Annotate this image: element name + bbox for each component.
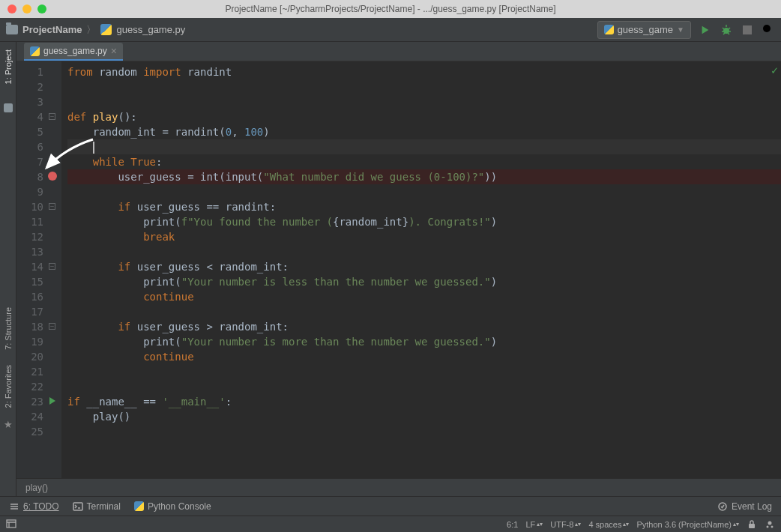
line-number[interactable]: 10− bbox=[16, 199, 58, 214]
code-line[interactable]: if user_guess > random_int: bbox=[67, 319, 781, 334]
file-encoding[interactable]: UTF-8▴▾ bbox=[550, 520, 581, 529]
line-number[interactable]: 15 bbox=[16, 274, 58, 289]
code-line[interactable] bbox=[67, 79, 781, 94]
python-console-tool-tab[interactable]: Python Console bbox=[134, 501, 211, 512]
line-number[interactable]: 22 bbox=[16, 379, 58, 394]
line-number[interactable]: 25 bbox=[16, 424, 58, 439]
code-line[interactable]: if __name__ == '__main__': bbox=[67, 394, 781, 409]
code-line[interactable] bbox=[67, 184, 781, 199]
close-window-icon[interactable] bbox=[7, 4, 16, 13]
fold-icon[interactable]: − bbox=[49, 323, 55, 330]
lock-icon[interactable] bbox=[747, 519, 757, 530]
code-line[interactable]: random_int = randint(0, 100) bbox=[67, 124, 781, 139]
run-gutter-icon[interactable] bbox=[49, 397, 55, 405]
breakpoint-icon[interactable] bbox=[48, 172, 57, 181]
python-interpreter[interactable]: Python 3.6 (ProjectName)▴▾ bbox=[636, 520, 739, 529]
line-number[interactable]: 12 bbox=[16, 229, 58, 244]
line-number[interactable]: 8 bbox=[16, 169, 58, 184]
line-number[interactable]: 3 bbox=[16, 94, 58, 109]
code-line[interactable] bbox=[67, 94, 781, 109]
svg-point-7 bbox=[767, 525, 769, 528]
code-line[interactable] bbox=[67, 424, 781, 439]
code-content[interactable]: ✓ from random import randintdef play(): … bbox=[61, 61, 781, 478]
fold-icon[interactable]: − bbox=[49, 113, 55, 120]
navigation-bar: ProjectName 〉 guess_game.py guess_game ▼ bbox=[0, 18, 781, 42]
line-separator[interactable]: LF▴▾ bbox=[525, 520, 543, 529]
breadcrumb-separator-icon: 〉 bbox=[86, 23, 96, 37]
line-number[interactable]: 9 bbox=[16, 184, 58, 199]
line-number[interactable]: 20 bbox=[16, 349, 58, 364]
bottom-tool-window-bar: 6: TODO Terminal Python Console Event Lo… bbox=[0, 496, 781, 516]
minimize-window-icon[interactable] bbox=[22, 4, 31, 13]
inspection-ok-icon[interactable]: ✓ bbox=[771, 63, 778, 78]
svg-point-8 bbox=[771, 525, 774, 528]
line-number[interactable]: 7− bbox=[16, 154, 58, 169]
code-editor[interactable]: 1234−567−8910−11121314−15161718−19202122… bbox=[16, 61, 781, 478]
event-log-tool-tab[interactable]: Event Log bbox=[717, 501, 772, 512]
code-line[interactable]: def play(): bbox=[67, 109, 781, 124]
code-line[interactable]: continue bbox=[67, 289, 781, 304]
fold-icon[interactable]: − bbox=[49, 263, 55, 270]
fold-icon[interactable]: − bbox=[49, 203, 55, 210]
line-number[interactable]: 4− bbox=[16, 109, 58, 124]
line-number[interactable]: 24 bbox=[16, 409, 58, 424]
code-line[interactable] bbox=[67, 139, 781, 154]
code-line[interactable]: play() bbox=[67, 409, 781, 424]
favorites-tool-tab[interactable]: 2: Favorites bbox=[2, 357, 14, 415]
line-number[interactable]: 16 bbox=[16, 289, 58, 304]
tool-windows-toggle-icon[interactable] bbox=[6, 519, 16, 529]
close-tab-icon[interactable]: × bbox=[111, 45, 117, 57]
python-file-icon bbox=[604, 25, 614, 34]
project-tool-tab[interactable]: 1: Project bbox=[2, 42, 14, 91]
indent-settings[interactable]: 4 spaces▴▾ bbox=[588, 520, 629, 529]
structure-tool-tab[interactable]: 7: Structure bbox=[2, 300, 14, 357]
line-number[interactable]: 11 bbox=[16, 214, 58, 229]
line-number[interactable]: 17 bbox=[16, 304, 58, 319]
dropdown-arrow-icon: ▼ bbox=[677, 25, 684, 34]
breadcrumb-file[interactable]: guess_game.py bbox=[116, 24, 185, 35]
breadcrumb-bar[interactable]: play() bbox=[16, 478, 781, 496]
terminal-tool-tab[interactable]: Terminal bbox=[73, 501, 121, 512]
code-line[interactable]: while True: bbox=[67, 154, 781, 169]
breadcrumb-project[interactable]: ProjectName bbox=[22, 24, 82, 35]
breadcrumb[interactable]: ProjectName 〉 guess_game.py bbox=[6, 23, 185, 37]
debug-button[interactable] bbox=[720, 23, 733, 37]
code-line[interactable] bbox=[67, 244, 781, 259]
line-number[interactable]: 13 bbox=[16, 244, 58, 259]
code-line[interactable]: print(f"You found the number ({random_in… bbox=[67, 214, 781, 229]
caret-position[interactable]: 6:1 bbox=[507, 520, 518, 529]
editor-tab[interactable]: guess_game.py × bbox=[24, 43, 123, 61]
code-line[interactable]: continue bbox=[67, 349, 781, 364]
status-bar: 6:1 LF▴▾ UTF-8▴▾ 4 spaces▴▾ Python 3.6 (… bbox=[0, 516, 781, 532]
code-line[interactable]: from random import randint bbox=[67, 64, 781, 79]
fold-icon[interactable]: − bbox=[49, 158, 55, 165]
code-line[interactable] bbox=[67, 304, 781, 319]
line-number[interactable]: 18− bbox=[16, 319, 58, 334]
code-line[interactable]: if user_guess < random_int: bbox=[67, 259, 781, 274]
search-button[interactable] bbox=[762, 23, 775, 37]
code-line[interactable]: print("Your number is less than the numb… bbox=[67, 274, 781, 289]
run-configuration-selector[interactable]: guess_game ▼ bbox=[597, 21, 691, 39]
line-number[interactable]: 14− bbox=[16, 259, 58, 274]
run-button[interactable] bbox=[699, 23, 712, 37]
line-number[interactable]: 23 bbox=[16, 394, 58, 409]
code-crumb[interactable]: play() bbox=[25, 483, 48, 493]
todo-tool-tab[interactable]: 6: TODO bbox=[9, 501, 59, 512]
maximize-window-icon[interactable] bbox=[37, 4, 46, 13]
ide-features-trainer-icon[interactable] bbox=[765, 519, 775, 530]
code-line[interactable] bbox=[67, 364, 781, 379]
folder-icon bbox=[4, 103, 13, 112]
code-line[interactable]: print("Your number is more than the numb… bbox=[67, 334, 781, 349]
editor-gutter[interactable]: 1234−567−8910−11121314−15161718−19202122… bbox=[16, 61, 61, 478]
line-number[interactable]: 6 bbox=[16, 139, 58, 154]
line-number[interactable]: 2 bbox=[16, 79, 58, 94]
line-number[interactable]: 19 bbox=[16, 334, 58, 349]
code-line[interactable]: user_guess = int(input("What number did … bbox=[67, 169, 781, 184]
code-line[interactable]: if user_guess == randint: bbox=[67, 199, 781, 214]
line-number[interactable]: 1 bbox=[16, 64, 58, 79]
python-console-label: Python Console bbox=[148, 501, 211, 512]
code-line[interactable]: break bbox=[67, 229, 781, 244]
code-line[interactable] bbox=[67, 379, 781, 394]
line-number[interactable]: 21 bbox=[16, 364, 58, 379]
line-number[interactable]: 5 bbox=[16, 124, 58, 139]
